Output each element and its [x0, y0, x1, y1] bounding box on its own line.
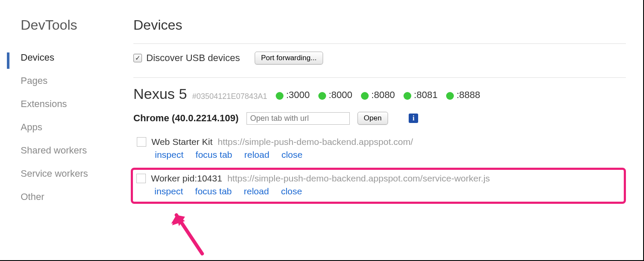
status-dot-icon [361, 92, 369, 100]
sidebar-item-apps[interactable]: Apps [21, 116, 125, 139]
target-favicon [136, 174, 146, 183]
port-status: :8888 [446, 89, 480, 101]
target-url: https://simple-push-demo-backend.appspot… [227, 173, 490, 184]
reload-link[interactable]: reload [244, 150, 269, 160]
port-forwarding-button[interactable]: Port forwarding... [255, 52, 323, 64]
open-button[interactable]: Open [357, 112, 388, 125]
info-icon[interactable]: i [409, 114, 418, 123]
sidebar-item-devices[interactable]: Devices [21, 46, 125, 69]
status-dot-icon [276, 92, 283, 100]
sidebar-item-service-workers[interactable]: Service workers [21, 162, 125, 185]
target-url: https://simple-push-demo-backend.appspot… [218, 137, 413, 147]
status-dot-icon [318, 92, 326, 100]
discover-usb-checkbox[interactable]: ✓ [133, 54, 142, 62]
svg-line-0 [176, 215, 202, 254]
close-link[interactable]: close [281, 150, 302, 160]
inspect-target: Web Starter Kit https://simple-push-demo… [133, 133, 626, 165]
browser-row: Chrome (40.0.2214.109) Open i [133, 112, 626, 125]
toolbar: ✓ Discover USB devices Port forwarding..… [133, 52, 626, 64]
svg-marker-2 [176, 215, 185, 226]
discover-usb-label: Discover USB devices [146, 52, 240, 64]
status-dot-icon [446, 92, 454, 100]
device-header: Nexus 5 #03504121E07843A1 :3000 :8000 :8… [133, 86, 626, 102]
port-status: :8080 [361, 89, 395, 101]
target-title: Web Starter Kit [151, 137, 213, 147]
device-name: Nexus 5 [133, 86, 187, 102]
divider [133, 43, 626, 44]
browser-label: Chrome (40.0.2214.109) [133, 113, 239, 124]
target-favicon [137, 137, 146, 147]
svg-marker-1 [171, 215, 183, 224]
port-status: :3000 [276, 89, 310, 101]
inspect-link[interactable]: inspect [154, 186, 183, 197]
inspect-link[interactable]: inspect [155, 150, 184, 160]
focus-tab-link[interactable]: focus tab [196, 150, 232, 160]
sidebar-item-extensions[interactable]: Extensions [21, 92, 125, 116]
port-status: :8081 [404, 89, 438, 101]
brand-title: DevTools [21, 17, 125, 33]
inspect-target-highlighted: Worker pid:10431 https://simple-push-dem… [131, 168, 626, 204]
status-dot-icon [404, 92, 411, 100]
main-content: Devices ✓ Discover USB devices Port forw… [125, 17, 643, 209]
sidebar-item-pages[interactable]: Pages [21, 69, 125, 92]
active-nav-indicator [7, 52, 9, 69]
focus-tab-link[interactable]: focus tab [195, 186, 232, 197]
device-id: #03504121E07843A1 [192, 92, 267, 101]
sidebar-item-other[interactable]: Other [21, 185, 125, 209]
page-title: Devices [133, 17, 626, 33]
target-title: Worker pid:10431 [151, 173, 222, 184]
reload-link[interactable]: reload [244, 186, 269, 197]
close-link[interactable]: close [281, 186, 302, 197]
annotation-arrow-icon [163, 206, 215, 258]
open-tab-url-input[interactable] [247, 112, 350, 125]
sidebar-item-shared-workers[interactable]: Shared workers [21, 139, 125, 162]
port-status: :8000 [318, 89, 352, 101]
sidebar: DevTools Devices Pages Extensions Apps S… [0, 17, 125, 209]
divider [133, 77, 626, 78]
